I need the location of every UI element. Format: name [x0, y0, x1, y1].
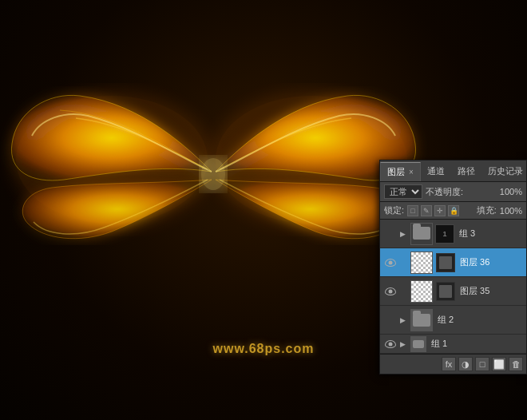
layer-thumb-group2 — [410, 309, 433, 331]
new-layer-button[interactable]: ⬜ — [492, 357, 506, 371]
layer-name-group3: 组 3 — [459, 228, 475, 240]
layer-thumb-35 — [410, 280, 433, 303]
layer-name-group2: 组 2 — [438, 314, 454, 326]
layer-thumb-group3 — [410, 223, 433, 245]
eye-icon-36 — [385, 259, 396, 267]
tab-paths[interactable]: 路径 — [451, 162, 481, 181]
eye-toggle-group2[interactable] — [383, 313, 398, 327]
lock-icons: □ ✎ ✛ 🔒 — [407, 205, 459, 216]
layer-name-36: 图层 36 — [460, 256, 489, 268]
delete-layer-button[interactable]: 🗑 — [509, 357, 523, 371]
layer-row-group1[interactable]: ▶ 组 1 — [380, 335, 526, 354]
expand-arrow-group1[interactable]: ▶ — [400, 340, 408, 348]
expand-arrow-group3[interactable]: ▶ — [400, 230, 408, 238]
layer-name-group1: 组 1 — [431, 338, 447, 350]
layer-row-group3[interactable]: ▶ 1 组 3 — [380, 220, 526, 248]
layer-mask-group3: 1 — [435, 224, 454, 244]
new-group-button[interactable]: □ — [475, 357, 489, 371]
eye-icon-35 — [385, 287, 396, 295]
fill-value: 100% — [500, 206, 522, 216]
lock-position-btn[interactable]: ✛ — [434, 205, 446, 216]
tab-channels[interactable]: 通道 — [421, 162, 451, 181]
layers-panel: 图层 × 通道 路径 历史记录 正常 不透明度: 100% 锁定: □ ✎ ✛ … — [379, 160, 527, 374]
tab-layers[interactable]: 图层 × — [380, 162, 421, 181]
layer-row-36[interactable]: 图层 36 — [380, 248, 526, 277]
lock-label: 锁定: — [384, 204, 404, 216]
panel-tabs: 图层 × 通道 路径 历史记录 — [380, 160, 526, 182]
eye-toggle-36[interactable] — [383, 256, 398, 270]
lock-transparent-btn[interactable]: □ — [407, 205, 418, 216]
eye-toggle-group3[interactable] — [383, 227, 398, 241]
eye-icon-group1 — [385, 340, 396, 348]
layer-row-group2[interactable]: ▶ 组 2 — [380, 306, 526, 335]
blend-opacity-row: 正常 不透明度: 100% — [380, 182, 526, 202]
watermark-text: www.68ps.com — [213, 342, 315, 356]
layer-thumb-36 — [410, 252, 433, 274]
lock-pixels-btn[interactable]: ✎ — [421, 205, 432, 216]
layer-name-35: 图层 35 — [460, 285, 489, 297]
expand-arrow-group2[interactable]: ▶ — [400, 316, 408, 324]
layers-list: ▶ 1 组 3 图层 36 — [380, 220, 526, 354]
layer-mask-content-35 — [439, 285, 452, 298]
layer-mask-36 — [436, 253, 455, 272]
lock-row: 锁定: □ ✎ ✛ 🔒 填充: 100% — [380, 202, 526, 220]
layer-mask-35 — [436, 282, 455, 301]
fx-button[interactable]: fx — [442, 357, 456, 371]
new-fill-adjustment-button[interactable]: ◑ — [458, 357, 473, 371]
fill-label: 填充: — [477, 204, 497, 216]
lock-all-btn[interactable]: 🔒 — [448, 205, 459, 216]
tab-close-icon[interactable]: × — [409, 168, 414, 176]
opacity-label: 不透明度: — [426, 186, 463, 198]
eye-toggle-35[interactable] — [383, 284, 398, 299]
tab-history[interactable]: 历史记录 — [481, 162, 527, 181]
eye-toggle-group1[interactable] — [383, 337, 398, 351]
layer-mask-content-36 — [439, 256, 452, 269]
panel-toolbar: fx ◑ □ ⬜ 🗑 — [380, 354, 526, 374]
layer-thumb-group1 — [410, 336, 426, 352]
wings-svg — [0, 24, 427, 327]
svg-point-2 — [201, 158, 225, 190]
layer-row-35[interactable]: 图层 35 — [380, 277, 526, 306]
blend-mode-select[interactable]: 正常 — [384, 184, 422, 199]
opacity-value: 100% — [500, 187, 522, 196]
